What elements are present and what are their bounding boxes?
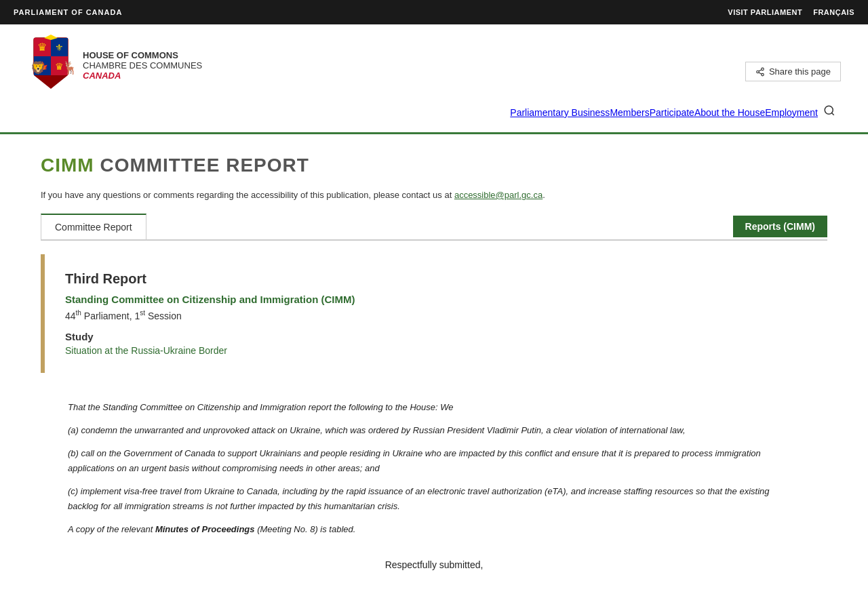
coat-of-arms-icon: ♛ ⚜ 🍁 ♛ 🦁 🦌 [27,35,75,96]
nav-about-house[interactable]: About the House [694,107,765,118]
svg-text:⚜: ⚜ [55,42,64,53]
title-report: COMMITTEE REPORT [100,155,309,176]
main-content: CIMM COMMITTEE REPORT If you have any qu… [0,134,868,598]
report-card: Third Report Standing Committee on Citiz… [41,254,827,373]
respectfully-text: Respectfully submitted, [68,557,800,574]
site-title: PARLIAMENT OF CANADA [14,8,122,16]
parliament-suffix-th: th [76,309,81,317]
logo-line1: HOUSE OF COMMONS [83,50,202,60]
share-label: Share this page [769,66,831,77]
page-title: CIMM COMMITTEE REPORT [41,155,827,176]
minutes-note: A copy of the relevant Minutes of Procee… [68,522,800,537]
committee-report-tab[interactable]: Committee Report [41,214,146,239]
content-point-a: (a) condemn the unwarranted and unprovok… [68,423,800,438]
parliament-suffix-st: st [140,309,145,317]
svg-line-19 [831,113,833,115]
content-point-c: (c) implement visa-free travel from Ukra… [68,484,800,514]
logo-text: HOUSE OF COMMONS CHAMBRE DES COMMUNES CA… [83,50,202,81]
share-button[interactable]: Share this page [745,62,841,81]
accessibility-note: If you have any questions or comments re… [41,190,827,200]
logo-area: ♛ ⚜ 🍁 ♛ 🦁 🦌 HOUSE OF COMMONS CHAMBRE DES… [27,35,202,96]
respectfully-submitted: Respectfully submitted, [68,557,800,574]
nav-employment[interactable]: Employment [765,107,818,118]
nav-parliamentary-business[interactable]: Parliamentary Business [510,107,610,118]
share-icon [755,67,765,77]
svg-marker-9 [34,75,68,89]
session-text: Session [148,311,182,321]
study-label: Study [65,331,807,342]
content-intro: That the Standing Committee on Citizensh… [68,400,800,415]
minutes-prefix: A copy of the relevant [68,524,153,534]
visit-parliament-link[interactable]: VISIT PARLIAMENT [728,8,802,16]
svg-text:🦁: 🦁 [31,60,46,75]
nav-participate[interactable]: Participate [650,107,694,118]
main-nav: Parliamentary Business Members Participa… [0,99,868,132]
title-cimm: CIMM [41,155,94,176]
svg-text:♛: ♛ [37,41,47,53]
svg-point-18 [825,106,833,114]
tab-bar: Committee Report Reports (CIMM) [41,214,827,241]
header-wrapper: ♛ ⚜ 🍁 ♛ 🦁 🦌 HOUSE OF COMMONS CHAMBRE DES… [0,24,868,134]
content-area: That the Standing Committee on Citizensh… [41,386,827,598]
accessibility-period: . [542,190,545,200]
francais-link[interactable]: FRANÇAIS [813,8,854,16]
svg-text:🦌: 🦌 [62,60,75,75]
nav-members[interactable]: Members [610,107,649,118]
svg-point-15 [762,73,764,76]
svg-line-17 [759,69,762,71]
study-title: Situation at the Russia-Ukraine Border [65,345,807,356]
logo-line2: CHAMBRE DES COMMUNES [83,60,202,71]
top-bar: PARLIAMENT OF CANADA VISIT PARLIAMENT FR… [0,0,868,24]
svg-point-13 [762,68,764,71]
svg-point-14 [757,71,760,73]
content-point-b: (b) call on the Government of Canada to … [68,446,800,476]
parliament-number: 44 [65,311,76,321]
search-button[interactable] [818,99,841,125]
accessibility-text: If you have any questions or comments re… [41,190,452,200]
minutes-suffix: (Meeting No. 8) is tabled. [257,524,355,534]
report-name: Third Report [65,271,807,287]
logo-line3: CANADA [83,71,202,81]
reports-cimm-button[interactable]: Reports (CIMM) [733,216,827,237]
search-icon [823,104,835,117]
committee-name: Standing Committee on Citizenship and Im… [65,294,807,305]
svg-line-16 [759,72,762,73]
top-bar-actions: VISIT PARLIAMENT FRANÇAIS [728,8,854,16]
accessibility-email[interactable]: accessible@parl.gc.ca [454,190,542,200]
parliament-text: Parliament, 1 [84,311,140,321]
parliament-session: 44th Parliament, 1st Session [65,309,807,321]
header-inner: ♛ ⚜ 🍁 ♛ 🦁 🦌 HOUSE OF COMMONS CHAMBRE DES… [0,24,868,132]
header-top: ♛ ⚜ 🍁 ♛ 🦁 🦌 HOUSE OF COMMONS CHAMBRE DES… [0,24,868,99]
minutes-title: Minutes of Proceedings [155,524,255,534]
